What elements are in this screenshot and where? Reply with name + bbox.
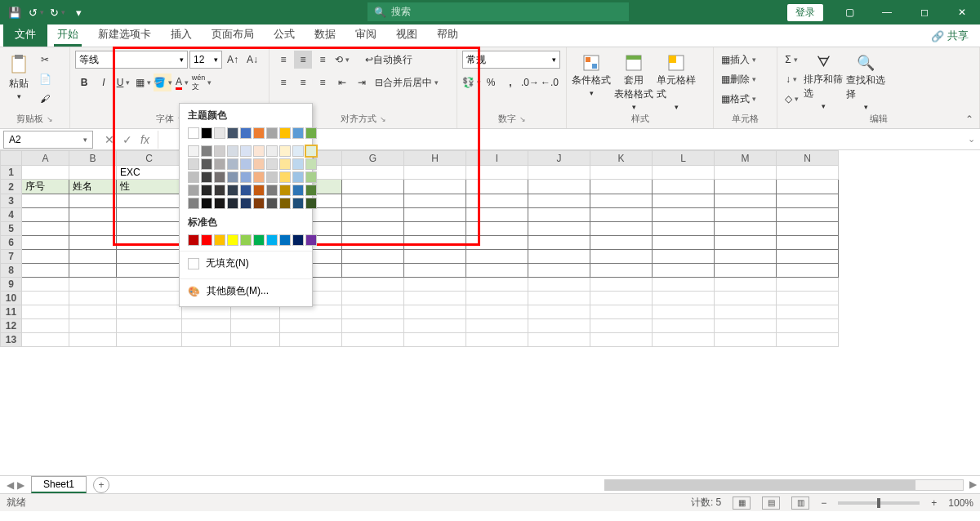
row-header[interactable]: 10 bbox=[1, 292, 22, 305]
color-swatch[interactable] bbox=[266, 145, 278, 157]
cell[interactable] bbox=[777, 208, 839, 222]
increase-font-icon[interactable]: A↑ bbox=[224, 51, 242, 69]
zoom-in-button[interactable]: + bbox=[931, 497, 937, 509]
align-top-icon[interactable]: ≡ bbox=[274, 51, 292, 69]
color-swatch[interactable] bbox=[305, 234, 317, 246]
cell[interactable] bbox=[715, 278, 777, 292]
column-header[interactable]: H bbox=[404, 151, 466, 166]
cell[interactable] bbox=[117, 305, 182, 319]
cell[interactable] bbox=[466, 180, 528, 194]
color-swatch[interactable] bbox=[253, 127, 265, 139]
cell[interactable] bbox=[528, 222, 590, 236]
format-table-button[interactable]: 套用 表格格式▾ bbox=[614, 51, 653, 111]
color-swatch[interactable] bbox=[201, 158, 212, 170]
cell[interactable] bbox=[117, 333, 182, 347]
cell[interactable] bbox=[342, 278, 404, 292]
normal-view-icon[interactable]: ▦ bbox=[733, 497, 751, 510]
cell[interactable] bbox=[715, 236, 777, 250]
dialog-launcher-icon[interactable]: ↘ bbox=[47, 115, 53, 123]
color-swatch[interactable] bbox=[188, 158, 199, 170]
cell[interactable] bbox=[182, 333, 231, 347]
color-swatch[interactable] bbox=[266, 171, 278, 183]
paste-button[interactable]: 粘贴 ▾ bbox=[5, 51, 33, 100]
cell[interactable] bbox=[777, 236, 839, 250]
cell[interactable] bbox=[22, 236, 69, 250]
cell[interactable] bbox=[404, 222, 466, 236]
expand-formula-bar-icon[interactable]: ⌄ bbox=[968, 134, 975, 145]
cell[interactable] bbox=[22, 278, 69, 292]
bold-button[interactable]: B bbox=[75, 73, 93, 91]
cell[interactable] bbox=[528, 278, 590, 292]
share-button[interactable]: 🔗共享 bbox=[923, 25, 977, 47]
delete-cells-button[interactable]: ▦ 删除 bbox=[719, 70, 759, 88]
cell[interactable] bbox=[280, 319, 342, 333]
undo-button[interactable]: ↺ bbox=[26, 2, 46, 22]
color-swatch[interactable] bbox=[305, 158, 317, 170]
cell[interactable] bbox=[715, 222, 777, 236]
color-swatch[interactable] bbox=[227, 158, 238, 170]
cell[interactable] bbox=[342, 222, 404, 236]
cell[interactable] bbox=[590, 236, 653, 250]
decrease-decimal-icon[interactable]: ←.0 bbox=[541, 73, 559, 91]
cell[interactable] bbox=[653, 166, 715, 180]
minimize-button[interactable]: — bbox=[869, 0, 905, 24]
cell[interactable] bbox=[528, 166, 590, 180]
collapse-ribbon-icon[interactable]: ⌃ bbox=[965, 114, 973, 125]
align-bottom-icon[interactable]: ≡ bbox=[314, 51, 332, 69]
cell[interactable] bbox=[404, 194, 466, 208]
login-button[interactable]: 登录 bbox=[787, 4, 823, 21]
row-header[interactable]: 2 bbox=[1, 180, 22, 194]
conditional-format-button[interactable]: 条件格式▾ bbox=[572, 51, 611, 97]
cell[interactable] bbox=[404, 333, 466, 347]
cell[interactable] bbox=[715, 208, 777, 222]
color-swatch[interactable] bbox=[253, 145, 265, 157]
cut-button[interactable]: ✂ bbox=[36, 51, 54, 69]
border-button[interactable]: ▦ bbox=[134, 73, 152, 91]
cell[interactable] bbox=[69, 166, 117, 180]
color-swatch[interactable] bbox=[279, 198, 291, 209]
cell[interactable] bbox=[777, 264, 839, 278]
color-swatch[interactable] bbox=[227, 171, 238, 183]
cell[interactable] bbox=[466, 166, 528, 180]
qat-customize[interactable]: ▾ bbox=[69, 2, 88, 22]
align-right-icon[interactable]: ≡ bbox=[314, 73, 332, 91]
cell[interactable] bbox=[590, 250, 653, 264]
color-swatch[interactable] bbox=[214, 145, 225, 157]
tab-newtab[interactable]: 新建选项卡 bbox=[88, 22, 161, 47]
search-box[interactable]: 🔍 搜索 bbox=[368, 2, 629, 21]
cell[interactable] bbox=[280, 305, 342, 319]
close-button[interactable]: ✕ bbox=[944, 0, 980, 24]
color-swatch[interactable] bbox=[188, 185, 199, 196]
accounting-format-icon[interactable]: 💱 bbox=[462, 73, 480, 91]
row-header[interactable]: 12 bbox=[1, 319, 22, 333]
color-swatch[interactable] bbox=[201, 127, 212, 139]
align-center-icon[interactable]: ≡ bbox=[294, 73, 312, 91]
color-swatch[interactable] bbox=[240, 185, 252, 196]
prev-sheet-icon[interactable]: ◀ bbox=[7, 479, 14, 491]
cell[interactable] bbox=[653, 333, 715, 347]
color-swatch[interactable] bbox=[253, 234, 265, 246]
zoom-out-button[interactable]: − bbox=[821, 497, 826, 509]
cell[interactable] bbox=[280, 333, 342, 347]
color-swatch[interactable] bbox=[188, 198, 199, 209]
maximize-button[interactable]: ◻ bbox=[906, 0, 942, 24]
cell[interactable] bbox=[528, 180, 590, 194]
cell[interactable] bbox=[466, 236, 528, 250]
cell[interactable] bbox=[231, 319, 280, 333]
color-swatch[interactable] bbox=[201, 171, 212, 183]
cell[interactable] bbox=[590, 264, 653, 278]
clear-icon[interactable]: ◇ bbox=[782, 90, 800, 108]
row-header[interactable]: 4 bbox=[1, 208, 22, 222]
cell[interactable] bbox=[342, 305, 404, 319]
font-name-combo[interactable]: 等线▾ bbox=[75, 51, 188, 69]
cell[interactable] bbox=[466, 208, 528, 222]
cell[interactable] bbox=[590, 292, 653, 305]
column-header[interactable]: K bbox=[590, 151, 653, 166]
cell[interactable] bbox=[715, 264, 777, 278]
cell[interactable] bbox=[466, 292, 528, 305]
next-sheet-icon[interactable]: ▶ bbox=[17, 479, 24, 491]
cell[interactable] bbox=[590, 305, 653, 319]
cell[interactable] bbox=[117, 222, 182, 236]
tab-view[interactable]: 视图 bbox=[386, 22, 427, 47]
tab-formula[interactable]: 公式 bbox=[264, 22, 305, 47]
